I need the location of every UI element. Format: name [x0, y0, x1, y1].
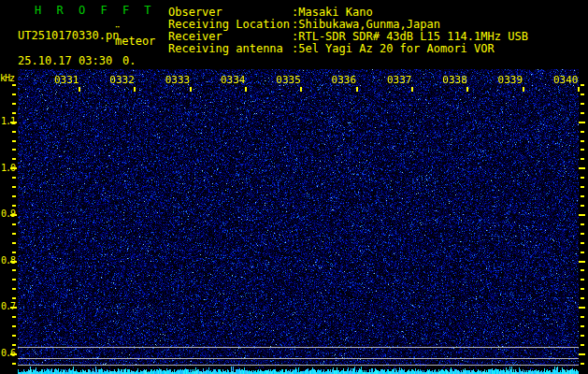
freq-tick: [581, 335, 584, 337]
time-label: 0338: [442, 75, 467, 85]
freq-tick: [581, 252, 584, 253]
freq-tick: [12, 279, 16, 280]
freq-tick: [12, 112, 16, 114]
freq-tick: [579, 307, 585, 309]
freq-tick: [12, 177, 16, 179]
freq-tick: [581, 325, 584, 327]
freq-tick: [12, 84, 16, 86]
datetime-label: 25.10.17 03:30: [18, 54, 112, 67]
field-value: :5el Yagi Az 20 for Aomori VOR: [292, 43, 495, 54]
minute-tick: [134, 87, 136, 92]
freq-tick: [581, 242, 584, 244]
time-label: 0332: [109, 75, 135, 85]
time-label: 0339: [498, 75, 523, 85]
field-value: :RTL-SDR SDR# 43dB L15 114.1MHz USB: [292, 31, 528, 42]
freq-tick: [579, 214, 585, 216]
freq-tick: [581, 195, 584, 197]
time-label: 0336: [332, 75, 357, 85]
field-value: :Masaki Kano: [292, 7, 373, 18]
spectrogram-canvas: [18, 69, 579, 374]
freq-tick: [581, 140, 584, 142]
field-label: Receiver: [168, 31, 222, 42]
freq-tick: [579, 122, 585, 123]
freq-tick: [12, 233, 16, 235]
minute-tick: [245, 87, 247, 92]
freq-tick: [12, 140, 16, 142]
freq-tick: [10, 307, 17, 309]
freq-tick: [10, 167, 17, 169]
app-title: H R O F F T: [35, 4, 151, 17]
minute-tick: [578, 87, 580, 92]
freq-tick: [12, 94, 16, 95]
freq-tick: [581, 94, 584, 95]
filename: UT2510170330.pn: [18, 29, 119, 42]
freq-tick: [579, 261, 585, 263]
freq-tick: [581, 223, 584, 225]
minute-tick: [523, 87, 524, 92]
field-label: Observer: [168, 7, 222, 18]
freq-tick: [12, 288, 16, 290]
freq-tick: [581, 269, 584, 271]
freq-tick: [12, 186, 16, 188]
minute-tick: [190, 87, 192, 92]
freq-tick: [581, 363, 584, 365]
freq-tick: [10, 261, 17, 263]
freq-tick: [581, 177, 584, 179]
freq-tick: [581, 103, 584, 105]
freq-tick: [10, 122, 17, 123]
time-label: 0333: [165, 75, 191, 85]
time-label: 0335: [276, 75, 301, 85]
minute-tick: [466, 87, 468, 92]
freq-tick: [12, 223, 16, 225]
freq-tick: [581, 112, 584, 114]
field-label: Receiving antenna: [168, 43, 283, 54]
time-label: 0337: [387, 75, 412, 85]
time-label: 0331: [54, 75, 79, 85]
freq-tick: [12, 149, 16, 151]
freq-tick: [581, 233, 584, 235]
minute-tick: [356, 87, 358, 92]
freq-tick: [581, 205, 584, 207]
freq-tick: [12, 335, 16, 337]
mode-label: meteor: [115, 35, 155, 48]
freq-tick: [12, 158, 16, 160]
minute-tick: [411, 87, 413, 92]
freq-tick: [12, 242, 16, 244]
field-value: :Shibukawa,Gunma,Japan: [292, 19, 440, 30]
hrofft-screen: H R O F F T UT2510170330.pn ¨ meteor 25.…: [0, 0, 588, 374]
freq-tick: [579, 353, 585, 355]
freq-tick: [581, 279, 584, 280]
freq-tick: [12, 195, 16, 197]
freq-tick: [581, 288, 584, 290]
freq-tick: [581, 344, 584, 346]
freq-tick: [581, 316, 584, 318]
minute-tick: [300, 87, 302, 92]
freq-tick: [12, 131, 16, 133]
freq-tick: [581, 186, 584, 188]
time-label: 0340: [553, 75, 579, 85]
minute-tick: [79, 87, 80, 92]
freq-tick: [12, 103, 16, 105]
freq-tick: [12, 344, 16, 346]
freq-tick: [12, 205, 16, 207]
freq-tick: [581, 149, 584, 151]
freq-tick: [12, 316, 16, 318]
freq-tick: [10, 353, 17, 355]
field-label: Receiving Location: [168, 19, 290, 30]
freq-tick: [581, 158, 584, 160]
freq-tick: [12, 269, 16, 271]
time-label: 0334: [221, 75, 246, 85]
freq-tick: [581, 84, 584, 86]
freq-tick: [10, 214, 17, 216]
freq-tick: [12, 325, 16, 327]
freq-tick: [12, 363, 16, 365]
count-label: 0.: [122, 54, 136, 67]
freq-tick: [12, 297, 16, 299]
freq-tick: [579, 167, 585, 169]
freq-tick: [12, 252, 16, 253]
freq-tick: [581, 297, 584, 299]
freq-tick: [581, 131, 584, 133]
freq-unit-label: kHz: [0, 73, 14, 83]
